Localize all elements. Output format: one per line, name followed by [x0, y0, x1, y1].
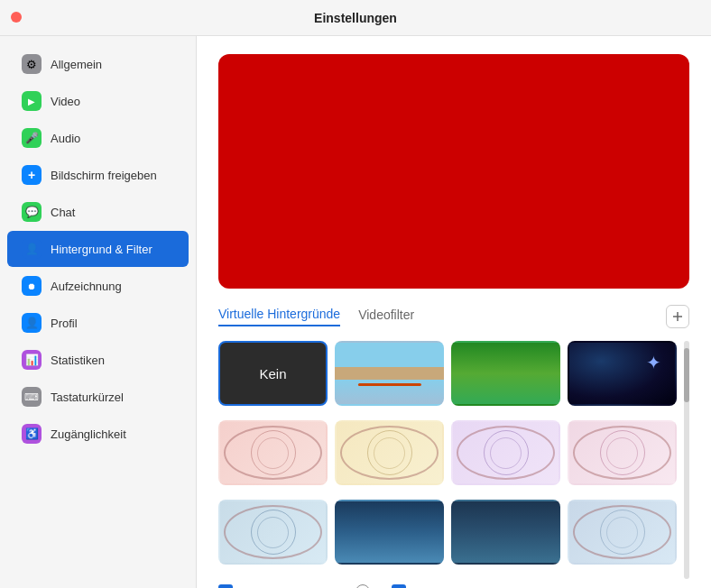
scrollbar[interactable] — [684, 341, 689, 579]
greenscreen-help-icon[interactable]: ? — [356, 584, 370, 588]
profile-icon: 👤 — [22, 313, 42, 333]
bottom-options: ✓ Greenscreen-Technik ? ✓ Mein Video Stu… — [218, 584, 689, 588]
sidebar-item-audio[interactable]: 🎤 Audio — [7, 120, 189, 156]
mein-video-option[interactable]: ✓ Mein Video — [392, 584, 470, 588]
bg-stamp6[interactable] — [568, 500, 677, 565]
bg-stamp4[interactable] — [568, 420, 677, 485]
stamp-pattern-4 — [569, 422, 675, 483]
greenscreen-option[interactable]: ✓ Greenscreen-Technik ? — [218, 584, 370, 588]
content-area: Virtuelle Hintergründe Videofilter Kein — [197, 36, 711, 588]
background-icon: 👤 — [22, 239, 42, 259]
sidebar-item-bildschirm[interactable]: + Bildschirm freigeben — [7, 157, 189, 193]
titlebar: Einstellungen — [0, 0, 711, 36]
sidebar-item-aufzeichnung[interactable]: ⏺ Aufzeichnung — [7, 268, 189, 304]
bg-city1[interactable] — [335, 500, 444, 565]
gear-icon: ⚙ — [22, 54, 42, 74]
traffic-lights — [11, 10, 22, 26]
bg-green-field[interactable] — [451, 341, 560, 406]
mein-video-checkbox[interactable]: ✓ — [392, 584, 406, 588]
sidebar-item-zugaenglichkeit[interactable]: ♿ Zugänglichkeit — [7, 416, 189, 452]
sidebar-label-allgemein: Allgemein — [51, 58, 102, 71]
sidebar-item-chat[interactable]: 💬 Chat — [7, 194, 189, 230]
mein-video-label: Mein Video — [411, 585, 470, 589]
bg-ocean1[interactable] — [451, 500, 560, 565]
sidebar-label-profil: Profil — [51, 317, 78, 330]
stats-icon: 📊 — [22, 350, 42, 370]
add-background-button[interactable] — [666, 305, 689, 328]
bg-none[interactable]: Kein — [218, 341, 328, 406]
sidebar-label-statistiken: Statistiken — [51, 354, 105, 367]
video-icon: ▶ — [22, 91, 42, 111]
bg-grid-row1: Kein — [218, 341, 677, 406]
bg-space[interactable] — [568, 341, 677, 406]
bg-grid-row2 — [218, 420, 677, 485]
sidebar-label-chat: Chat — [51, 206, 75, 219]
sidebar-item-tastaturkuerzel[interactable]: ⌨ Tastaturkürzel — [7, 379, 189, 415]
sidebar-item-profil[interactable]: 👤 Profil — [7, 305, 189, 341]
sidebar-label-video: Video — [51, 95, 80, 108]
sidebar-item-hintergrund[interactable]: 👤 Hintergrund & Filter — [7, 231, 189, 267]
bg-stamp5[interactable] — [218, 500, 328, 565]
accessibility-icon: ♿ — [22, 424, 42, 444]
close-button[interactable] — [11, 12, 22, 23]
stamp-pattern-1 — [220, 422, 326, 483]
video-preview — [218, 54, 689, 289]
background-grid-container: Kein — [218, 341, 689, 579]
none-label: Kein — [259, 366, 286, 381]
stamp-pattern-5 — [220, 501, 326, 563]
bg-stamp2[interactable] — [335, 420, 444, 485]
sidebar-label-audio: Audio — [51, 132, 80, 145]
tab-videofilter[interactable]: Videofilter — [358, 308, 414, 326]
chat-icon: 💬 — [22, 202, 42, 222]
keyboard-icon: ⌨ — [22, 387, 42, 407]
sidebar: ⚙ Allgemein ▶ Video 🎤 Audio + Bildschirm… — [0, 36, 197, 588]
sidebar-label-bildschirm: Bildschirm freigeben — [51, 169, 157, 182]
scrollbar-thumb[interactable] — [684, 348, 689, 402]
greenscreen-checkbox[interactable]: ✓ — [218, 584, 233, 588]
recording-icon: ⏺ — [22, 276, 42, 296]
bg-stamp1[interactable] — [218, 420, 328, 485]
bg-golden-gate[interactable] — [335, 341, 444, 406]
sidebar-item-allgemein[interactable]: ⚙ Allgemein — [7, 46, 189, 82]
tab-virtuelle-hintergruende[interactable]: Virtuelle Hintergründe — [218, 307, 340, 326]
greenscreen-label: Greenscreen-Technik — [238, 585, 350, 589]
sidebar-item-video[interactable]: ▶ Video — [7, 83, 189, 119]
background-grid: Kein — [218, 341, 677, 579]
sidebar-label-tastaturkuerzel: Tastaturkürzel — [51, 390, 124, 404]
sidebar-label-aufzeichnung: Aufzeichnung — [51, 280, 122, 293]
studio-effects-link[interactable]: Studioeffekte (Beta) — [586, 585, 689, 589]
sidebar-label-zugaenglichkeit: Zugänglichkeit — [51, 427, 126, 441]
bg-stamp3[interactable] — [451, 420, 560, 485]
stamp-pattern-3 — [453, 422, 559, 483]
stamp-pattern-2 — [337, 422, 442, 483]
sidebar-item-statistiken[interactable]: 📊 Statistiken — [7, 342, 189, 378]
stamp-pattern-6 — [569, 501, 675, 563]
window-title: Einstellungen — [314, 11, 397, 25]
screen-share-icon: + — [22, 165, 42, 185]
plus-icon — [671, 310, 684, 323]
main-container: ⚙ Allgemein ▶ Video 🎤 Audio + Bildschirm… — [0, 36, 711, 588]
tabs-row: Virtuelle Hintergründe Videofilter — [218, 305, 689, 328]
audio-icon: 🎤 — [22, 128, 42, 148]
bg-grid-row3 — [218, 500, 677, 565]
sidebar-label-hintergrund: Hintergrund & Filter — [51, 243, 152, 256]
